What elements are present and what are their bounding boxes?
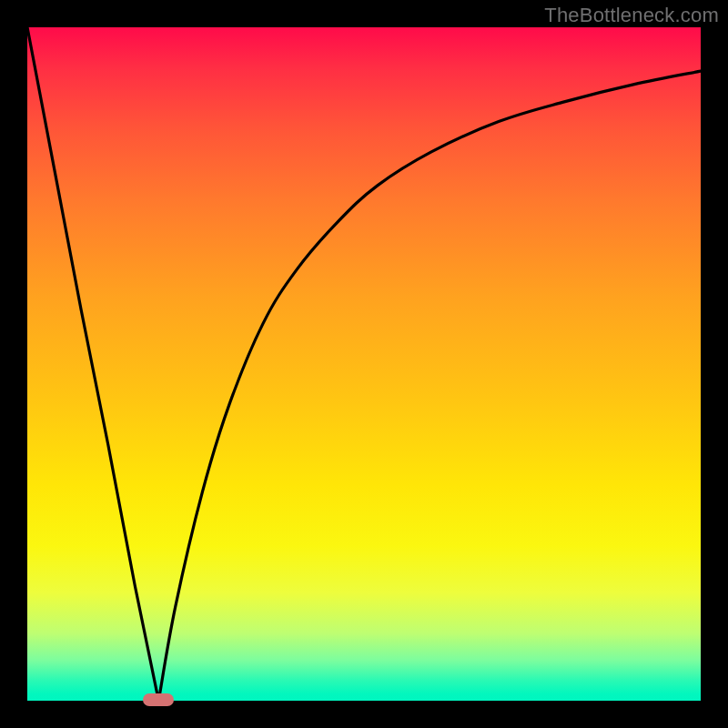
chart-frame: TheBottleneck.com: [0, 0, 728, 728]
minimum-marker: [143, 693, 174, 706]
bottleneck-curve: [27, 27, 701, 701]
plot-area: [27, 27, 701, 701]
watermark-text: TheBottleneck.com: [544, 4, 719, 27]
curve-path: [27, 27, 701, 701]
